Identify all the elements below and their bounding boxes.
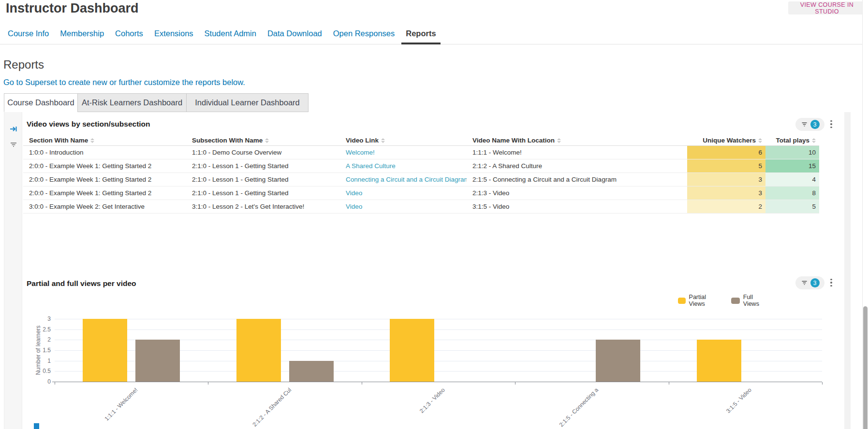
legend-label: Partial Views <box>689 294 711 307</box>
cell-video_name: 1:1:1 - Welcome! <box>467 146 687 159</box>
cell-subsection: 1:1:0 - Demo Course Overview <box>186 146 340 159</box>
table-card-title: Video views by section/subsection <box>27 120 150 129</box>
column-header-label: Unique Watchers <box>703 137 756 144</box>
legend-label: Full Views <box>743 294 763 307</box>
cell-video_link: A Shared Culture <box>340 159 467 172</box>
column-header-section-with-name[interactable]: Section With Name <box>23 135 186 145</box>
bar-partial-views[interactable] <box>390 319 434 382</box>
sort-icon <box>381 138 385 143</box>
nav-tab-data-download[interactable]: Data Download <box>267 29 322 38</box>
x-axis-tick <box>515 382 515 385</box>
tab-course-dashboard[interactable]: Course Dashboard <box>4 93 78 112</box>
instructor-dashboard-page: Instructor Dashboard VIEW COURSE IN STUD… <box>0 0 868 429</box>
cell-total_plays: 4 <box>765 173 819 186</box>
x-axis-category-label: 1:1:1 - Welcome! <box>103 386 139 422</box>
x-axis-line <box>52 382 822 382</box>
legend-item-full-views[interactable]: Full Views <box>731 294 763 307</box>
cell-subsection: 3:1:0 - Lesson 2 - Let's Get Interactive… <box>186 200 340 213</box>
cell-unique_watchers: 2 <box>687 200 765 213</box>
bar-full-views[interactable] <box>596 340 640 382</box>
cell-video_link: Welcome! <box>340 146 467 159</box>
x-axis-tick <box>822 382 823 385</box>
legend-swatch <box>678 298 686 304</box>
bar-partial-views[interactable] <box>236 319 281 382</box>
x-axis-tick <box>208 382 208 385</box>
dashboard-scrollbar-track[interactable] <box>844 112 851 429</box>
cell-unique_watchers: 5 <box>687 159 765 172</box>
cell-total_plays: 15 <box>765 159 819 172</box>
bar-full-views[interactable] <box>289 361 334 382</box>
x-axis-category-label: 2:1:2 - A Shared Cul <box>251 386 293 428</box>
table-row: 2:0:0 - Example Week 1: Getting Started … <box>23 186 819 200</box>
nav-tab-reports[interactable]: Reports <box>406 29 436 38</box>
cell-video_link: Connecting a Circuit and a Circuit Diagr… <box>340 173 467 186</box>
x-axis-category-label: 2:1:3 - Video <box>418 386 446 415</box>
table-filter-badge: 3 <box>810 120 820 129</box>
superset-dashboard: Video views by section/subsection 3 Sect… <box>4 112 851 429</box>
nav-tab-membership[interactable]: Membership <box>60 29 104 38</box>
page-scrollbar-thumb[interactable] <box>863 306 868 429</box>
table-row: 2:0:0 - Example Week 1: Getting Started … <box>23 159 819 173</box>
video-link[interactable]: Welcome! <box>346 149 375 156</box>
below-fold-chart-element <box>34 423 39 429</box>
tab-at-risk-learners-dashboard[interactable]: At-Risk Learners Dashboard <box>77 93 187 112</box>
cell-subsection: 2:1:0 - Lesson 1 - Getting Started <box>186 186 340 200</box>
video-link[interactable]: Connecting a Circuit and a Circuit Diagr… <box>346 176 467 183</box>
nav-tab-extensions[interactable]: Extensions <box>154 29 193 38</box>
column-header-subsection-with-name[interactable]: Subsection With Name <box>186 135 340 145</box>
nav-tab-cohorts[interactable]: Cohorts <box>115 29 143 38</box>
filter-funnel-icon[interactable] <box>9 140 18 149</box>
expand-filter-bar-icon[interactable] <box>9 125 18 133</box>
tab-individual-learner-dashboard[interactable]: Individual Learner Dashboard <box>186 93 309 112</box>
view-course-in-studio-button[interactable]: VIEW COURSE IN STUDIO <box>788 1 866 14</box>
legend-swatch <box>731 298 740 304</box>
cell-section: 2:0:0 - Example Week 1: Getting Started … <box>23 186 186 200</box>
y-axis-tick-label: 3 <box>29 315 51 322</box>
course-nav: Course InfoMembershipCohortsExtensionsSt… <box>0 23 868 44</box>
bar-partial-views[interactable] <box>83 319 127 382</box>
table-row: 1:0:0 - Introduction1:1:0 - Demo Course … <box>23 146 819 159</box>
table-filter-count-pill[interactable]: 3 <box>795 118 824 131</box>
page-title: Instructor Dashboard <box>6 1 139 16</box>
x-axis-tick <box>669 382 669 385</box>
chart-filter-count-pill[interactable]: 3 <box>795 276 824 289</box>
chart-card-title: Partial and full views per video <box>27 279 136 288</box>
legend-item-partial-views[interactable]: Partial Views <box>678 294 710 307</box>
video-link[interactable]: Video <box>346 203 362 210</box>
dashboard-tabs: Course DashboardAt-Risk Learners Dashboa… <box>4 93 309 112</box>
x-axis-tick <box>55 382 55 385</box>
column-header-label: Section With Name <box>29 137 88 144</box>
cell-total_plays: 8 <box>765 186 819 200</box>
cell-unique_watchers: 3 <box>687 173 765 186</box>
sort-icon <box>265 138 269 143</box>
column-header-video-link[interactable]: Video Link <box>340 135 467 145</box>
column-header-unique-watchers[interactable]: Unique Watchers <box>687 135 765 145</box>
video-link[interactable]: Video <box>346 189 362 197</box>
column-header-label: Subsection With Name <box>192 137 263 144</box>
y-axis-tick-label: 2 <box>29 336 51 343</box>
cell-video_link: Video <box>340 200 467 213</box>
sort-icon <box>557 138 561 143</box>
x-axis-category-label: 2:1:5 - Connecting a <box>558 386 599 428</box>
video-views-table: Section With NameSubsection With NameVid… <box>23 135 819 214</box>
video-link[interactable]: A Shared Culture <box>346 162 396 170</box>
column-header-total-plays[interactable]: Total plays <box>765 135 819 145</box>
gridline <box>55 329 822 330</box>
y-axis-tick-label: 0 <box>29 378 51 385</box>
nav-tab-open-responses[interactable]: Open Responses <box>333 29 395 38</box>
superset-link[interactable]: Go to Superset to create new or further … <box>3 78 245 87</box>
table-header-row: Section With NameSubsection With NameVid… <box>23 135 819 146</box>
cell-total_plays: 10 <box>765 146 819 159</box>
column-header-video-name-with-location[interactable]: Video Name With Location <box>467 135 687 145</box>
cell-section: 2:0:0 - Example Week 1: Getting Started … <box>23 173 186 186</box>
nav-tab-course-info[interactable]: Course Info <box>8 29 49 38</box>
cell-video_link: Video <box>340 186 467 200</box>
table-kebab-menu[interactable] <box>828 119 835 129</box>
column-header-label: Total plays <box>776 137 809 144</box>
chart-kebab-menu[interactable] <box>828 277 835 288</box>
cell-section: 3:0:0 - Example Week 2: Get Interactive <box>23 200 186 213</box>
nav-tab-student-admin[interactable]: Student Admin <box>205 29 256 38</box>
bar-full-views[interactable] <box>135 340 180 382</box>
y-axis-tick-label: 0.5 <box>29 368 51 374</box>
bar-partial-views[interactable] <box>697 340 741 382</box>
